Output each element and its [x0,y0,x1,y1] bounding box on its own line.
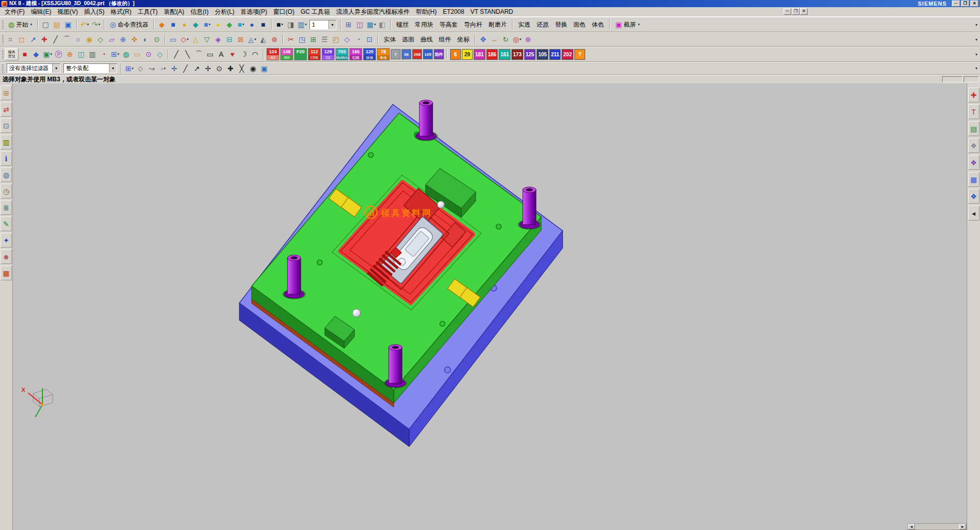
measure-icon[interactable]: ◇ [342,34,353,45]
history-icon[interactable]: ◷ [1,184,12,198]
menu-item[interactable]: 窗口(O) [270,7,297,17]
steel-ball-bottom[interactable] [352,309,361,317]
pad-icon[interactable]: ◇▾ [179,34,190,45]
chamfer-icon[interactable]: ■ [258,19,269,30]
material-chip[interactable]: 165铝圈 [349,48,362,60]
mdi-close-button[interactable]: ✕ [800,8,808,15]
revolve-icon[interactable]: ● [179,19,190,30]
display-mode-button[interactable]: 还原 [533,18,552,31]
view-scale-combo[interactable]: 1 ▼ [309,20,337,30]
plate-icon[interactable]: ▥ [87,49,98,60]
snap-center-icon[interactable]: ⊙ [214,63,225,74]
material-chip-small[interactable]: 7 [391,49,400,59]
snap-angle-icon[interactable]: ↝ [146,63,158,74]
transform-icon[interactable]: ⊛ [523,34,534,45]
mold-base-icon[interactable]: ▣▾ [42,49,53,60]
mold-cavity-icon[interactable]: ■ [19,49,31,60]
text-tool-icon[interactable]: A [216,49,227,60]
datum-plane-icon[interactable]: ◻ [16,34,28,45]
tube-icon[interactable]: ⊚ [269,34,280,45]
point-icon[interactable]: ✚ [39,34,50,45]
selection-scope-button[interactable]: 选面 [399,33,417,46]
snap-mode-icon[interactable]: ⬦ [135,63,146,74]
window-icon[interactable]: ◫ [354,19,366,30]
menu-item[interactable]: 视图(V) [54,7,81,17]
snap-quadrant-icon[interactable]: ✚ [225,63,236,74]
material-chip[interactable]: 78角铁 [377,48,390,60]
ejector-icon[interactable]: ⊞▾ [109,49,121,60]
line-tool-icon[interactable]: ╱ [171,49,182,60]
manufacturing-wizard-icon[interactable]: ✦ [1,233,12,248]
snap-intersection-icon[interactable]: ✛ [203,63,214,74]
library-number-chip[interactable]: 29 [462,49,473,60]
material-chip[interactable]: 14845# [280,48,293,60]
move-object-icon[interactable]: ✥ [478,34,489,45]
pattern-icon[interactable]: ⊙ [151,34,163,45]
horizontal-scrollbar[interactable]: ◄ ► [907,523,967,530]
material-chip[interactable]: 120铁钢 [363,48,376,60]
snap-existing-point-icon[interactable]: ╳ [236,63,248,74]
menu-item[interactable]: 流浪人异乡国度汽模标准件 [333,7,413,17]
material-chip[interactable]: 112CRB [308,48,321,60]
selection-scope-button[interactable]: 曲线 [417,33,436,46]
gc-toolbox-button[interactable]: 等高套 [436,18,461,31]
runner-icon[interactable]: ◇ [154,49,166,60]
material-chip-small[interactable]: 165 [423,49,433,59]
material-chip-small[interactable]: 36 [402,49,411,59]
snap-endpoint-icon[interactable]: ╱ [180,63,191,74]
guide-pin-top[interactable] [416,100,436,141]
align-icon[interactable]: ◎▾ [511,34,523,45]
display-mode-button[interactable]: 实透 [515,18,533,31]
copy-face-icon[interactable]: ◳ [297,34,308,45]
minimize-button[interactable]: ─ [952,1,960,7]
library-number-chip[interactable]: 173 [511,49,523,60]
lifter-icon[interactable]: ▭ [132,49,143,60]
wireframe-view-icon[interactable]: ◨ [285,19,297,30]
sweep-icon[interactable]: ◬▾ [247,34,258,45]
material-chip[interactable]: 129D2 [322,48,335,60]
scroll-left-icon[interactable]: ◄ [908,524,915,529]
mirror-icon[interactable]: ◐ [140,34,151,45]
system-scene-icon[interactable]: ▦ [1,266,12,280]
new-file-icon[interactable]: ▢ [40,19,52,30]
grid-icon[interactable]: ▦▾ [366,19,377,30]
thread-icon[interactable]: ◈ [213,34,224,45]
fillet-tool-icon[interactable]: ◠ [250,49,261,60]
draft-icon[interactable]: △ [190,34,202,45]
mdi-minimize-button[interactable]: ─ [784,8,791,15]
scale-icon[interactable]: ↔ [489,34,500,45]
display-mode-button[interactable]: 面色 [570,18,589,31]
snap-point-icon[interactable]: ✛ [169,63,180,74]
datum-icon[interactable]: ◆ [157,19,168,30]
toolbar-drag-handle[interactable] [2,63,4,74]
library-number-chip[interactable]: ? [574,49,585,60]
command-finder-button[interactable]: ◎ 命令查找器 [107,19,151,31]
ellipse-icon[interactable]: ◉ [84,34,95,45]
project-curve-icon[interactable]: ⊕ [118,34,129,45]
maximize-button[interactable]: ❐ [961,1,969,7]
undo-icon[interactable]: ↶▾ [79,19,91,30]
subtract-icon[interactable]: ■▾ [235,19,247,30]
menu-item[interactable]: 分析(L) [212,7,238,17]
text-note-icon[interactable]: T [968,104,979,119]
reuse-library-icon[interactable]: ▥ [1,135,12,149]
menu-item[interactable]: 文件(F) [2,7,28,17]
hd3d-tools-icon[interactable]: ℹ [1,151,12,166]
selection-scope-button[interactable]: 实体 [381,33,399,46]
selection-scope-combo[interactable]: 整个装配 ▼ [63,63,117,73]
curve-tool-icon[interactable]: ☽ [238,49,250,60]
material-chip-small[interactable]: 助件 [434,49,444,59]
shaded-view-icon[interactable]: ■▾ [274,19,285,30]
section-icon[interactable]: ◧ [377,19,388,30]
component-purple-icon[interactable]: ❖ [968,155,979,170]
library-number-chip[interactable]: 186 [486,49,498,60]
rotate-icon[interactable]: ↻ [500,34,511,45]
menu-item[interactable]: 编辑(E) [28,7,54,17]
combo-dropdown-icon[interactable]: ▼ [109,64,117,73]
circle-icon[interactable]: ○ [73,34,84,45]
material-chip[interactable]: 70SMoMoV [336,48,348,60]
orient-view-icon[interactable]: ▥▾ [297,19,308,30]
spline-tool-icon[interactable]: ♥ [227,49,238,60]
part-stamp-icon[interactable]: Ⓟ [53,49,64,60]
selection-scope-button[interactable]: 坐标 [454,33,473,46]
